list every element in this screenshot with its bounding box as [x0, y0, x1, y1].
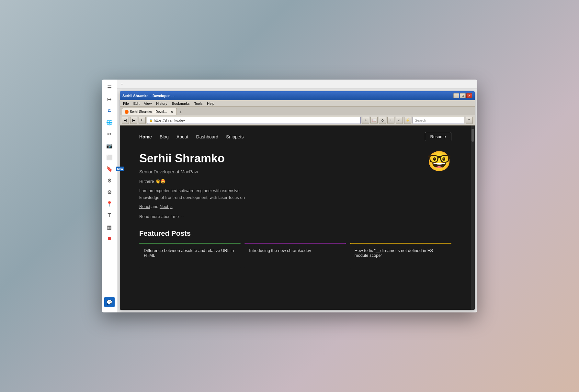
- hero-desc1: I am an experienced software engineer wi…: [139, 188, 414, 201]
- camera-icon[interactable]: 📷: [104, 140, 115, 151]
- maximize-button[interactable]: □: [460, 93, 466, 98]
- close-button[interactable]: ✕: [466, 93, 472, 98]
- nav-home[interactable]: Home: [139, 134, 152, 139]
- post-label-2: Introducing the new shramko.dev: [249, 248, 311, 253]
- and-text: and: [152, 204, 159, 209]
- post-card-3[interactable]: How to fix "__dirname is not defined in …: [350, 243, 451, 269]
- sidebar: ☰ ↦ 🖥 🌐 ✂ 📷 ⬜ 🔖 New ⚙ ⚙ 📍 T ▦ ⏺ 💬: [102, 80, 117, 312]
- post-label-3: How to fix "__dirname is not defined in …: [355, 248, 433, 258]
- resume-button[interactable]: Resume: [425, 132, 451, 141]
- download-button[interactable]: ↓: [387, 117, 394, 124]
- menu-view[interactable]: View: [142, 101, 154, 106]
- bookmark-star-button[interactable]: ☆: [362, 117, 369, 124]
- hero-section: Serhii Shramko Senior Developer at MacPa…: [139, 152, 451, 219]
- reader-button[interactable]: 📖: [370, 117, 378, 124]
- browser-container: Serhii Shramko – Developer, ... _ □ ✕ Fi…: [120, 91, 475, 310]
- menu-bookmarks[interactable]: Bookmarks: [170, 101, 192, 106]
- browser-title: Serhii Shramko – Developer, ...: [122, 94, 452, 98]
- back-button[interactable]: ◀: [122, 117, 129, 124]
- hero-subtitle: Senior Developer at MacPaw: [139, 169, 414, 174]
- window-icon[interactable]: ⬜: [104, 152, 115, 162]
- scrollbar-thumb[interactable]: [471, 129, 474, 142]
- browser-toolbar: ◀ ▶ ↻ 🔒 https://shramko.dev ☆ 📖 ◇ ↓ ⌂ ⚡ …: [120, 115, 475, 125]
- forward-button[interactable]: ▶: [130, 117, 137, 124]
- post-card-1[interactable]: Difference between absolute and relative…: [139, 243, 241, 269]
- top-bar: ⋯: [117, 80, 477, 89]
- url-text: https://shramko.dev: [154, 118, 185, 122]
- home-button[interactable]: ⌂: [396, 117, 403, 124]
- lock-icon: 🔒: [149, 119, 153, 122]
- tab-close-button[interactable]: ✕: [170, 110, 174, 114]
- overflow-button[interactable]: ≡: [466, 117, 473, 124]
- subtitle-prefix: Senior Developer at: [139, 169, 181, 174]
- chat-icon[interactable]: 💬: [104, 297, 115, 307]
- new-tab-button[interactable]: +: [177, 109, 184, 115]
- post-card-2[interactable]: Introducing the new shramko.dev: [244, 243, 346, 269]
- avatar: 🤓: [427, 152, 451, 171]
- nav-snippets[interactable]: Snippets: [226, 134, 244, 139]
- search-bar[interactable]: Search: [413, 117, 464, 124]
- globe-icon[interactable]: 🌐: [104, 117, 115, 127]
- tab-label: Serhii Shramko – Developer, ...: [130, 110, 169, 114]
- website-content: Home Blog About Dashboard Snippets Resum…: [120, 125, 475, 310]
- pin-icon[interactable]: 📍: [104, 199, 115, 209]
- settings2-icon[interactable]: ⚙: [104, 187, 115, 197]
- nav-dashboard[interactable]: Dashboard: [196, 134, 219, 139]
- posts-grid: Difference between absolute and relative…: [139, 243, 451, 269]
- browser-tab-bar: Serhii Shramko – Developer, ... ✕ +: [120, 107, 475, 115]
- window-controls: _ □ ✕: [453, 93, 472, 98]
- export-icon[interactable]: ↦: [104, 94, 115, 104]
- search-placeholder: Search: [415, 118, 426, 122]
- browser-menu-bar: File Edit View History Bookmarks Tools H…: [120, 100, 475, 107]
- menu-edit[interactable]: Edit: [131, 101, 142, 106]
- pocket-button[interactable]: ◇: [379, 117, 386, 124]
- topbar-menu-icon[interactable]: ⋯: [120, 81, 126, 87]
- layout-icon[interactable]: ▦: [104, 222, 115, 232]
- address-bar-container: 🔒 https://shramko.dev: [147, 117, 361, 124]
- browser-titlebar: Serhii Shramko – Developer, ... _ □ ✕: [120, 91, 475, 100]
- website-scrollbar[interactable]: [471, 125, 475, 310]
- minimize-button[interactable]: _: [453, 93, 459, 98]
- main-content: ⋯ Serhii Shramko – Developer, ... _ □ ✕ …: [117, 80, 477, 312]
- reload-button[interactable]: ↻: [139, 117, 146, 124]
- desc-line2: knowledge of front-end development, with…: [139, 195, 245, 200]
- read-more-link[interactable]: Read more about me →: [139, 214, 414, 219]
- record-icon[interactable]: ⏺: [104, 234, 115, 244]
- menu-help[interactable]: Help: [205, 101, 216, 106]
- hero-greeting: Hi there 👋🤩: [139, 178, 414, 185]
- settings1-icon[interactable]: ⚙: [104, 175, 115, 186]
- scissors-icon[interactable]: ✂: [104, 129, 115, 139]
- desc-line1: I am an experienced software engineer wi…: [139, 188, 240, 193]
- address-bar[interactable]: 🔒 https://shramko.dev: [147, 117, 361, 124]
- menu-history[interactable]: History: [154, 101, 169, 106]
- website-nav: Home Blog About Dashboard Snippets Resum…: [139, 132, 451, 141]
- post-label-1: Difference between absolute and relative…: [144, 248, 234, 258]
- tab-favicon: [125, 110, 129, 114]
- bookmark-icon[interactable]: 🔖 New: [104, 164, 115, 174]
- react-link[interactable]: React: [139, 204, 150, 209]
- browser-tab[interactable]: Serhii Shramko – Developer, ... ✕: [122, 108, 177, 115]
- featured-posts: Featured Posts Difference between absolu…: [139, 229, 451, 269]
- featured-title: Featured Posts: [139, 229, 451, 238]
- menu-tools[interactable]: Tools: [192, 101, 205, 106]
- sync-button[interactable]: ⚡: [404, 117, 411, 124]
- hero-tech: React and Next.js: [139, 203, 414, 210]
- hero-text: Serhii Shramko Senior Developer at MacPa…: [139, 152, 414, 219]
- hero-title: Serhii Shramko: [139, 152, 414, 165]
- website-inner: Home Blog About Dashboard Snippets Resum…: [120, 125, 471, 310]
- monitor-icon[interactable]: 🖥: [104, 105, 115, 116]
- menu-file[interactable]: File: [121, 101, 131, 106]
- nav-about[interactable]: About: [176, 134, 188, 139]
- menu-icon[interactable]: ☰: [104, 82, 115, 93]
- subtitle-link[interactable]: MacPaw: [181, 169, 198, 174]
- app-window: ☰ ↦ 🖥 🌐 ✂ 📷 ⬜ 🔖 New ⚙ ⚙ 📍 T ▦ ⏺ 💬 ⋯ Serh…: [102, 80, 477, 312]
- nextjs-link[interactable]: Next.js: [160, 204, 173, 209]
- nav-blog[interactable]: Blog: [160, 134, 169, 139]
- text-icon[interactable]: T: [104, 210, 115, 221]
- new-badge: New: [116, 167, 125, 171]
